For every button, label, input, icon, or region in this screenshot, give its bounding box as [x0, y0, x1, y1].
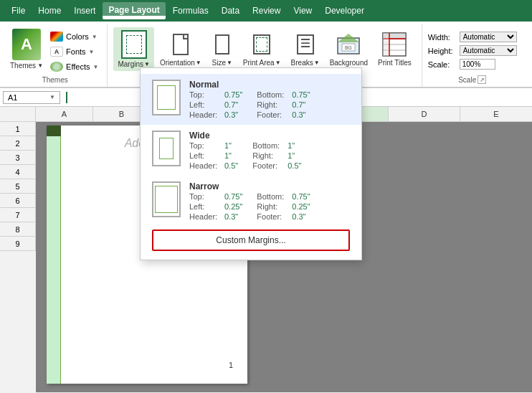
colors-dropdown-arrow: ▼ — [92, 34, 98, 40]
normal-bottom-val: 0.75" — [292, 90, 310, 99]
scale-item: Scale: — [428, 59, 517, 70]
corner-cell — [0, 107, 36, 121]
print-titles-icon — [381, 30, 407, 59]
wide-left-label: Left: — [189, 151, 222, 160]
narrow-footer-label: Footer: — [257, 212, 289, 221]
narrow-right-row: Right: 0.25" — [257, 202, 310, 211]
row-header-7: 7 — [0, 208, 36, 222]
themes-button[interactable]: A Themes ▼ — [9, 27, 44, 71]
menu-insert[interactable]: Insert — [68, 3, 101, 19]
height-select[interactable]: Automatic — [460, 45, 517, 56]
narrow-margin-details: Narrow Top: 0.75" Left: 0.25" Header: 0.… — [189, 181, 310, 221]
normal-right-row: Right: 0.7" — [257, 100, 310, 109]
narrow-bottom-row: Bottom: 0.75" — [257, 192, 310, 201]
normal-margin-values: Top: 0.75" Left: 0.7" Header: 0.3" Botto… — [189, 90, 310, 119]
narrow-top-label: Top: — [189, 192, 222, 201]
left-label: Left: — [189, 100, 222, 109]
size-button[interactable]: Size ▼ — [207, 27, 237, 70]
menu-formulas[interactable]: Formulas — [167, 3, 214, 19]
scale-label: Scale: — [428, 60, 457, 69]
background-label: Background — [330, 59, 368, 67]
normal-left-val: 0.7" — [224, 100, 238, 109]
svg-rect-9 — [383, 33, 389, 56]
scale-group-label: Scale ↗ — [428, 74, 517, 84]
scale-input[interactable] — [460, 59, 495, 70]
effects-label: Effects — [66, 62, 90, 71]
fonts-button[interactable]: A Fonts ▼ — [47, 45, 101, 58]
wide-footer-label: Footer: — [252, 161, 285, 170]
fonts-icon: A — [50, 47, 63, 57]
margin-option-narrow[interactable]: Narrow Top: 0.75" Left: 0.25" Header: 0.… — [141, 176, 361, 227]
colors-button[interactable]: Colors ▼ — [47, 30, 101, 43]
row-header-2: 2 — [0, 136, 36, 151]
row-header-6: 6 — [0, 194, 36, 208]
wide-top-row: Top: 1" — [189, 141, 238, 150]
wide-header-row: Header: 0.5" — [189, 161, 238, 170]
breaks-button[interactable]: Breaks ▼ — [287, 27, 324, 70]
custom-margins-label: Custom Margins... — [216, 235, 285, 245]
col-header-e[interactable]: E — [460, 107, 532, 121]
narrow-margin-diagram — [152, 181, 181, 217]
row-header-9: 9 — [0, 237, 36, 251]
themes-group-label: Themes — [42, 73, 68, 84]
menu-page-layout[interactable]: Page Layout — [103, 2, 165, 19]
narrow-left-row: Left: 0.25" — [189, 202, 242, 211]
themes-icon: A — [12, 29, 41, 60]
narrow-diagram-inner — [155, 186, 178, 213]
wide-header-val: 0.5" — [224, 161, 238, 170]
breaks-label: Breaks ▼ — [291, 59, 320, 67]
menu-file[interactable]: File — [6, 3, 31, 19]
header-label: Header: — [189, 110, 222, 119]
narrow-bottom-val: 0.75" — [292, 192, 310, 201]
top-label: Top: — [189, 90, 222, 99]
cell-value-1: 1 — [229, 361, 233, 369]
narrow-right-label: Right: — [257, 202, 289, 211]
width-scale-item: Width: Automatic — [428, 32, 517, 42]
row-header-1: 1 — [0, 122, 36, 136]
wide-margin-details: Wide Top: 1" Left: 1" Header: 0.5" — [189, 131, 301, 170]
themes-label: Themes ▼ — [10, 62, 43, 70]
effects-button[interactable]: Effects ▼ — [47, 60, 101, 73]
col-header-d[interactable]: D — [389, 107, 460, 121]
custom-margins-button[interactable]: Custom Margins... — [152, 229, 350, 251]
margins-icon — [121, 30, 147, 59]
margin-option-normal[interactable]: Normal Top: 0.75" Left: 0.7" Header: 0.3… — [141, 74, 361, 125]
menu-home[interactable]: Home — [32, 3, 67, 19]
normal-top-val: 0.75" — [224, 90, 242, 99]
normal-header-val: 0.3" — [224, 110, 238, 119]
background-button[interactable]: BG Background — [326, 27, 372, 70]
row-headers: 1 2 3 4 5 6 7 8 9 — [0, 122, 36, 392]
menu-developer[interactable]: Developer — [319, 3, 370, 19]
menu-view[interactable]: View — [288, 3, 318, 19]
scale-dialog-launcher[interactable]: ↗ — [478, 75, 486, 84]
narrow-header-row: Header: 0.3" — [189, 212, 242, 221]
cell-reference-box[interactable]: A1 ▼ — [3, 91, 60, 104]
formula-bar-divider — [66, 92, 67, 103]
print-titles-button[interactable]: Print Titles — [374, 27, 416, 70]
right-label: Right: — [257, 100, 289, 109]
menu-review[interactable]: Review — [247, 3, 286, 19]
margins-button[interactable]: Margins ▼ — [113, 27, 154, 71]
width-label: Width: — [428, 33, 457, 42]
narrow-footer-row: Footer: 0.3" — [257, 212, 310, 221]
narrow-left-val: 0.25" — [224, 202, 242, 211]
narrow-margin-name: Narrow — [189, 181, 310, 191]
print-area-button[interactable]: Print Area ▼ — [239, 27, 285, 70]
orientation-icon — [170, 30, 191, 59]
margin-option-wide[interactable]: Wide Top: 1" Left: 1" Header: 0.5" — [141, 125, 361, 176]
margins-dropdown: Normal Top: 0.75" Left: 0.7" Header: 0.3… — [140, 67, 362, 260]
normal-right-col: Bottom: 0.75" Right: 0.7" Footer: 0.3" — [257, 90, 310, 119]
wide-margin-values: Top: 1" Left: 1" Header: 0.5" Bottom: — [189, 141, 301, 170]
margins-inner-lines — [126, 35, 142, 54]
themes-sub-group: Colors ▼ A Fonts ▼ Effects ▼ — [47, 27, 101, 73]
size-label: Size ▼ — [212, 59, 232, 67]
effects-dropdown-arrow: ▼ — [92, 64, 98, 70]
scale-items: Width: Automatic Height: Automatic Scale… — [428, 27, 517, 74]
col-header-a[interactable]: A — [36, 107, 93, 121]
width-select[interactable]: Automatic — [460, 32, 517, 42]
narrow-bottom-label: Bottom: — [257, 192, 289, 201]
orientation-button[interactable]: Orientation ▼ — [156, 27, 206, 70]
menu-data[interactable]: Data — [216, 3, 245, 19]
orientation-label: Orientation ▼ — [160, 59, 201, 67]
normal-footer-val: 0.3" — [292, 110, 305, 119]
